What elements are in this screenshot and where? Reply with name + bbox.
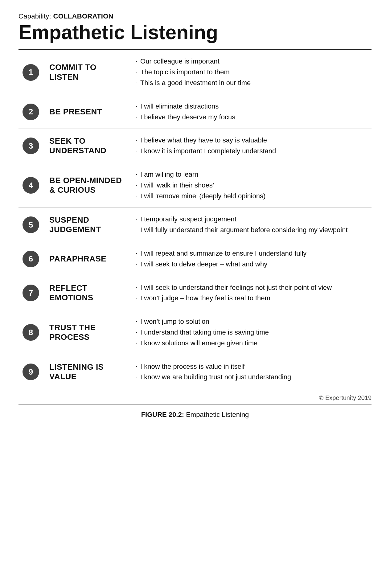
list-item: ·I temporarily suspect judgement — [136, 215, 368, 224]
step-title-cell: TRUST THE PROCESS — [46, 310, 133, 355]
bullet-dot-icon: · — [136, 226, 137, 234]
bullet-dot-icon: · — [136, 57, 137, 65]
step-title: REFLECT EMOTIONS — [49, 283, 123, 302]
bullet-text: I temporarily suspect judgement — [140, 215, 236, 224]
bullet-dot-icon: · — [136, 215, 137, 223]
capability-label: Capability: COLLABORATION — [18, 12, 372, 20]
bullet-dot-icon: · — [136, 318, 137, 325]
list-item: ·Our colleague is important — [136, 57, 368, 66]
list-item: ·I will ‘walk in their shoes’ — [136, 181, 368, 190]
step-title-cell: COMMIT TO LISTEN — [46, 50, 133, 95]
bullet-dot-icon: · — [136, 147, 137, 155]
step-title: TRUST THE PROCESS — [49, 323, 123, 342]
list-item: ·I believe what they have to say is valu… — [136, 136, 368, 145]
bullet-dot-icon: · — [136, 136, 137, 144]
step-bullets-cell: ·I will seek to understand their feeling… — [133, 276, 372, 310]
bullet-text: I will fully understand their argument b… — [140, 225, 348, 235]
table-row: 7REFLECT EMOTIONS·I will seek to underst… — [18, 276, 372, 310]
bullet-text: I believe what they have to say is valua… — [140, 136, 267, 145]
step-bullets-cell: ·I know the process is value in itself·I… — [133, 355, 372, 389]
bullet-dot-icon: · — [136, 260, 137, 268]
step-title-cell: SUSPEND JUDGEMENT — [46, 208, 133, 242]
list-item: ·I won’t judge – how they feel is real t… — [136, 294, 368, 303]
list-item: ·I will seek to delve deeper – what and … — [136, 260, 368, 269]
step-title-cell: PARAPHRASE — [46, 242, 133, 276]
bullet-dot-icon: · — [136, 171, 137, 178]
list-item: ·I know the process is value in itself — [136, 362, 368, 372]
bullet-dot-icon: · — [136, 102, 137, 110]
list-item: ·I will ‘remove mine’ (deeply held opini… — [136, 191, 368, 201]
copyright: © Expertunity 2019 — [18, 394, 372, 401]
step-badge: 1 — [23, 64, 39, 81]
step-number-cell: 2 — [18, 95, 46, 129]
table-row: 5SUSPEND JUDGEMENT·I temporarily suspect… — [18, 208, 372, 242]
step-title: PARAPHRASE — [49, 254, 123, 264]
list-item: ·This is a good investment in our time — [136, 78, 368, 88]
bullet-list: ·I know the process is value in itself·I… — [136, 362, 368, 382]
list-item: ·I will eliminate distractions — [136, 102, 368, 111]
step-bullets-cell: ·I will repeat and summarize to ensure I… — [133, 242, 372, 276]
bullet-text: I know the process is value in itself — [140, 362, 245, 372]
bullet-text: The topic is important to them — [140, 68, 230, 77]
step-title-cell: SEEK TO UNDERSTAND — [46, 129, 133, 163]
step-title: SUSPEND JUDGEMENT — [49, 215, 123, 234]
bullet-dot-icon: · — [136, 192, 137, 200]
step-badge: 2 — [23, 104, 39, 120]
step-bullets-cell: ·I believe what they have to say is valu… — [133, 129, 372, 163]
bullet-text: I know solutions will emerge given time — [140, 339, 257, 348]
step-number-cell: 6 — [18, 242, 46, 276]
bullet-list: ·I temporarily suspect judgement·I will … — [136, 215, 368, 235]
bullet-text: I won’t jump to solution — [140, 317, 209, 327]
bullet-text: I won’t judge – how they feel is real to… — [140, 294, 270, 303]
bullet-dot-icon: · — [136, 339, 137, 347]
step-bullets-cell: ·I will eliminate distractions·I believe… — [133, 95, 372, 129]
bullet-text: I will repeat and summarize to ensure I … — [140, 249, 306, 258]
list-item: ·I know it is important I completely und… — [136, 146, 368, 156]
page-title: Empathetic Listening — [18, 22, 372, 43]
step-number-cell: 9 — [18, 355, 46, 389]
bullet-dot-icon: · — [136, 79, 137, 87]
list-item: ·I won’t jump to solution — [136, 317, 368, 327]
step-badge: 8 — [23, 324, 39, 341]
step-number-cell: 7 — [18, 276, 46, 310]
list-item: ·I believe they deserve my focus — [136, 113, 368, 122]
list-item: ·I will fully understand their argument … — [136, 225, 368, 235]
bullet-text: I will ‘remove mine’ (deeply held opinio… — [140, 191, 265, 201]
steps-table: 1COMMIT TO LISTEN·Our colleague is impor… — [18, 50, 372, 389]
bullet-list: ·I believe what they have to say is valu… — [136, 136, 368, 156]
bullet-dot-icon: · — [136, 68, 137, 76]
bullet-list: ·I will eliminate distractions·I believe… — [136, 102, 368, 122]
bullet-text: I will seek to delve deeper – what and w… — [140, 260, 267, 269]
list-item: ·I will seek to understand their feeling… — [136, 283, 368, 293]
list-item: ·I know solutions will emerge given time — [136, 339, 368, 348]
step-badge: 9 — [23, 364, 39, 380]
table-row: 9LISTENING IS VALUE·I know the process i… — [18, 355, 372, 389]
figure-caption: FIGURE 20.2: Empathetic Listening — [18, 405, 372, 419]
table-row: 4BE OPEN-MINDED & CURIOUS·I am willing t… — [18, 163, 372, 208]
step-title: BE OPEN-MINDED & CURIOUS — [49, 176, 123, 195]
bullet-text: I know we are building trust not just un… — [140, 372, 291, 382]
bullet-text: I am willing to learn — [140, 170, 198, 179]
step-title-cell: REFLECT EMOTIONS — [46, 276, 133, 310]
step-title-cell: BE OPEN-MINDED & CURIOUS — [46, 163, 133, 208]
list-item: ·I know we are building trust not just u… — [136, 372, 368, 382]
step-badge: 5 — [23, 216, 39, 233]
bullet-text: I understand that taking time is saving … — [140, 328, 269, 337]
bullet-dot-icon: · — [136, 294, 137, 302]
list-item: ·I will repeat and summarize to ensure I… — [136, 249, 368, 258]
step-title: BE PRESENT — [49, 107, 123, 117]
bullet-list: ·I am willing to learn·I will ‘walk in t… — [136, 170, 368, 201]
bullet-text: I believe they deserve my focus — [140, 113, 235, 122]
step-number-cell: 4 — [18, 163, 46, 208]
bullet-dot-icon: · — [136, 181, 137, 189]
bullet-text: This is a good investment in our time — [140, 78, 251, 88]
list-item: ·I understand that taking time is saving… — [136, 328, 368, 337]
bullet-list: ·Our colleague is important·The topic is… — [136, 57, 368, 88]
bullet-dot-icon: · — [136, 284, 137, 291]
step-bullets-cell: ·Our colleague is important·The topic is… — [133, 50, 372, 95]
step-bullets-cell: ·I am willing to learn·I will ‘walk in t… — [133, 163, 372, 208]
bullet-dot-icon: · — [136, 328, 137, 336]
step-title: LISTENING IS VALUE — [49, 362, 123, 381]
bullet-text: I will ‘walk in their shoes’ — [140, 181, 214, 190]
bullet-dot-icon: · — [136, 249, 137, 257]
